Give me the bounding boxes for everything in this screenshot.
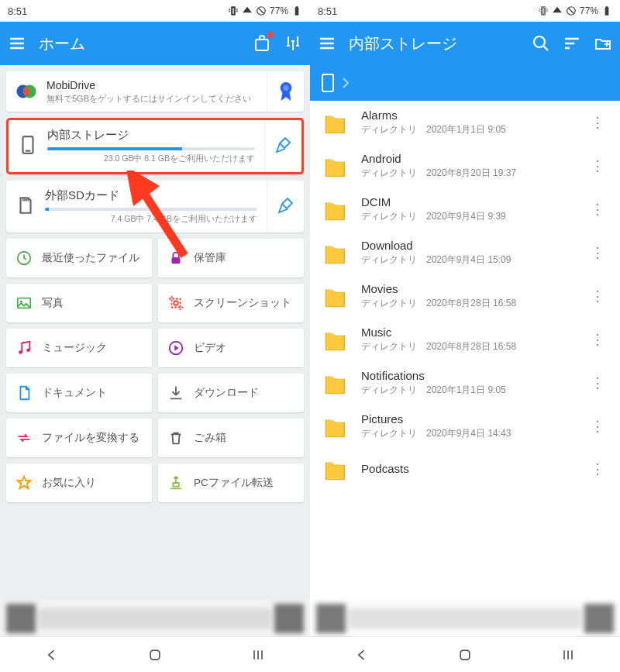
tile-play[interactable]: ビデオ xyxy=(158,329,304,367)
mobidrive-logo-icon xyxy=(16,81,37,102)
tile-music[interactable]: ミュージック xyxy=(6,329,152,367)
folder-row[interactable]: Music ディレクトリ 2020年8月28日 16:58 ⋮ xyxy=(310,318,620,361)
tile-clock[interactable]: 最近使ったファイル xyxy=(6,239,152,277)
battery-icon xyxy=(601,5,612,16)
home-nav-icon[interactable] xyxy=(457,647,473,663)
back-nav-icon[interactable] xyxy=(354,647,370,663)
tile-label: 写真 xyxy=(42,296,64,310)
breadcrumb[interactable] xyxy=(310,65,620,101)
folder-row[interactable]: Download ディレクトリ 2020年9月4日 15:09 ⋮ xyxy=(310,231,620,274)
tile-label: ドキュメント xyxy=(42,386,107,400)
tile-label: ミュージック xyxy=(42,341,107,355)
clean-button[interactable] xyxy=(264,120,301,172)
storage-name: 外部SDカード xyxy=(45,188,257,203)
more-button[interactable]: ⋮ xyxy=(586,370,609,396)
notification-dot xyxy=(267,32,274,38)
settings-icon[interactable] xyxy=(284,34,302,53)
folder-sub: ディレクトリ 2020年9月4日 14:43 xyxy=(361,427,575,440)
home-nav-icon[interactable] xyxy=(147,647,163,663)
menu-icon[interactable] xyxy=(318,34,336,53)
tile-trash[interactable]: ごみ箱 xyxy=(158,419,304,457)
status-right: 77% xyxy=(538,5,612,16)
mobidrive-badge xyxy=(267,71,304,112)
folder-list: Alarms ディレクトリ 2020年1月1日 9:05 ⋮ Android デ… xyxy=(310,101,620,601)
tile-image[interactable]: 写真 xyxy=(6,284,152,322)
storage-sd-card[interactable]: 外部SDカード 7.4 GB中 7.4 GBをご利用いただけます xyxy=(6,181,304,233)
folder-icon xyxy=(321,370,350,395)
tile-lock[interactable]: 保管庫 xyxy=(158,239,304,277)
folder-sub: ディレクトリ 2020年8月28日 16:58 xyxy=(361,297,575,310)
folder-row[interactable]: DCIM ディレクトリ 2020年9月4日 9:39 ⋮ xyxy=(310,188,620,231)
no-sync-icon xyxy=(256,5,267,16)
more-button[interactable]: ⋮ xyxy=(586,240,609,266)
new-folder-icon[interactable] xyxy=(594,34,612,53)
folder-row[interactable]: Podcasts ⋮ xyxy=(310,448,620,490)
trash-icon xyxy=(167,429,184,446)
more-button[interactable]: ⋮ xyxy=(586,326,609,353)
tile-label: お気に入り xyxy=(42,476,96,490)
storage-name: 内部ストレージ xyxy=(47,128,255,143)
more-button[interactable]: ⋮ xyxy=(586,109,609,136)
folder-icon xyxy=(321,153,350,178)
more-button[interactable]: ⋮ xyxy=(586,196,609,222)
tile-crop[interactable]: スクリーンショット xyxy=(158,284,304,322)
more-button[interactable]: ⋮ xyxy=(586,413,609,439)
folder-row[interactable]: Movies ディレクトリ 2020年8月28日 16:58 ⋮ xyxy=(310,274,620,318)
more-button[interactable]: ⋮ xyxy=(586,456,609,482)
tile-convert[interactable]: ファイルを変換する xyxy=(6,419,152,457)
folder-icon xyxy=(321,327,350,352)
folder-sub: ディレクトリ 2020年9月4日 9:39 xyxy=(361,210,575,223)
folder-name: Download xyxy=(361,239,575,252)
tile-label: スクリーンショット xyxy=(194,296,291,310)
folder-name: DCIM xyxy=(361,195,575,208)
folder-sub: ディレクトリ 2020年8月20日 19:37 xyxy=(361,167,575,180)
folder-name: Notifications xyxy=(361,369,575,382)
ad-banner[interactable] xyxy=(0,601,310,636)
storage-internal-card[interactable]: 内部ストレージ 23.0 GB中 8.1 GBをご利用いただけます xyxy=(6,118,304,174)
tile-upload[interactable]: PCファイル転送 xyxy=(158,464,304,502)
folder-icon xyxy=(321,197,350,222)
ad-banner[interactable] xyxy=(310,601,620,636)
no-sync-icon xyxy=(566,5,577,16)
folder-name: Pictures xyxy=(361,412,575,426)
more-button[interactable]: ⋮ xyxy=(586,283,609,309)
menu-icon[interactable] xyxy=(8,34,26,53)
svg-point-13 xyxy=(174,302,178,306)
folder-row[interactable]: Alarms ディレクトリ 2020年1月1日 9:05 ⋮ xyxy=(310,101,620,144)
folder-row[interactable]: Android ディレクトリ 2020年8月20日 19:37 ⋮ xyxy=(310,144,620,188)
shop-icon[interactable] xyxy=(253,34,271,53)
mobidrive-card[interactable]: MobiDrive 無料で5GBをゲットするにはサインインしてください xyxy=(6,71,304,112)
status-time: 8:51 xyxy=(318,5,337,17)
wifi-icon xyxy=(242,5,253,16)
folder-row[interactable]: Notifications ディレクトリ 2020年1月1日 9:05 ⋮ xyxy=(310,361,620,405)
status-bar: 8:51 77% xyxy=(310,0,620,22)
search-icon[interactable] xyxy=(532,34,550,53)
recent-nav-icon[interactable] xyxy=(560,647,576,663)
upload-icon xyxy=(167,474,184,491)
svg-rect-10 xyxy=(172,257,181,264)
clean-button[interactable] xyxy=(267,181,304,233)
folder-icon xyxy=(321,457,350,481)
tile-label: ダウンロード xyxy=(194,386,259,400)
folder-icon xyxy=(321,414,350,439)
crop-icon xyxy=(167,295,184,312)
folder-row[interactable]: Pictures ディレクトリ 2020年9月4日 14:43 ⋮ xyxy=(310,405,620,448)
tile-label: PCファイル転送 xyxy=(194,476,274,490)
folder-name: Alarms xyxy=(361,109,575,122)
tile-download[interactable]: ダウンロード xyxy=(158,374,304,412)
status-time: 8:51 xyxy=(8,5,27,17)
tile-star[interactable]: お気に入り xyxy=(6,464,152,502)
page-title: 内部ストレージ xyxy=(349,33,519,54)
recent-nav-icon[interactable] xyxy=(250,647,266,663)
sort-icon[interactable] xyxy=(563,34,581,53)
folder-icon xyxy=(321,240,350,265)
svg-rect-24 xyxy=(460,650,470,660)
music-icon xyxy=(16,339,33,357)
tile-label: 最近使ったファイル xyxy=(42,251,140,265)
page-title: ホーム xyxy=(39,33,240,54)
storage-subtitle: 23.0 GB中 8.1 GBをご利用いただけます xyxy=(47,153,255,164)
tile-doc[interactable]: ドキュメント xyxy=(6,374,152,412)
back-nav-icon[interactable] xyxy=(44,647,60,663)
more-button[interactable]: ⋮ xyxy=(586,153,609,179)
svg-point-7 xyxy=(283,85,288,91)
